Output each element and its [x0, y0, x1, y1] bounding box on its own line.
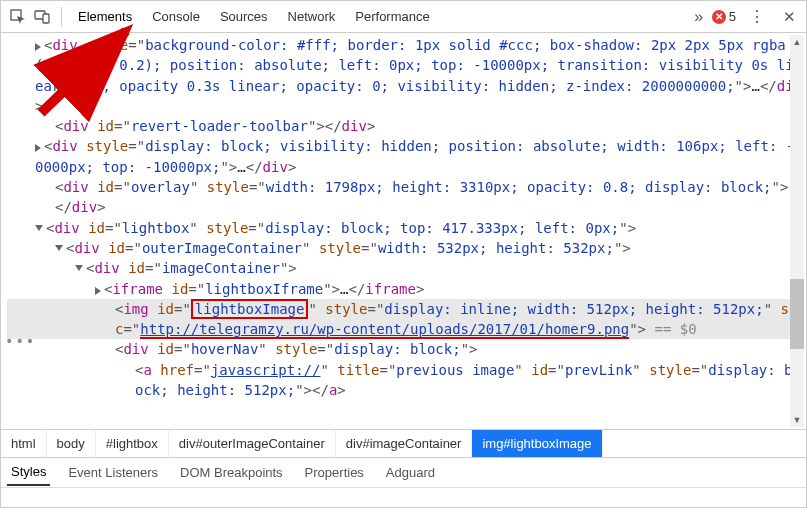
subtab-styles[interactable]: Styles [7, 459, 50, 486]
subtab-adguard[interactable]: Adguard [382, 460, 439, 485]
error-count: 5 [729, 9, 736, 24]
scroll-thumb[interactable] [790, 279, 804, 349]
dom-tree[interactable]: <div style="background-color: #fff; bord… [1, 33, 806, 429]
styles-pane [1, 487, 806, 507]
breadcrumb-html[interactable]: html [1, 430, 47, 457]
more-tabs-icon[interactable]: » [688, 6, 710, 28]
breadcrumb-selected[interactable]: img#lightboxImage [472, 430, 602, 457]
overflow-dots: ••• [5, 331, 36, 351]
dom-node[interactable]: <div style="display: block; visibility: … [7, 136, 804, 177]
dom-node[interactable]: <div id="revert-loader-toolbar"></div> [7, 116, 804, 136]
tab-network[interactable]: Network [288, 3, 336, 30]
svg-rect-2 [43, 14, 49, 23]
error-icon: ✕ [712, 10, 726, 24]
tab-sources[interactable]: Sources [220, 3, 268, 30]
breadcrumb-lightbox[interactable]: #lightbox [96, 430, 169, 457]
separator [61, 7, 62, 27]
tab-performance[interactable]: Performance [355, 3, 429, 30]
tab-console[interactable]: Console [152, 3, 200, 30]
breadcrumb-outer[interactable]: div#outerImageContainer [169, 430, 336, 457]
devtools-toolbar: Elements Console Sources Network Perform… [1, 1, 806, 33]
scroll-up-icon[interactable]: ▲ [790, 35, 804, 49]
dom-node-selected[interactable]: <img id="lightboxImage" style="display: … [7, 299, 804, 340]
dom-node[interactable]: <div id="imageContainer"> [7, 258, 804, 278]
error-count-badge[interactable]: ✕ 5 [712, 9, 736, 24]
dom-node[interactable]: <iframe id="lightboxIframe">…</iframe> [7, 279, 804, 299]
scroll-track[interactable] [790, 49, 804, 413]
vertical-scrollbar[interactable]: ▲ ▼ [790, 35, 804, 427]
inspect-element-icon[interactable] [7, 6, 29, 28]
subtab-dom-breakpoints[interactable]: DOM Breakpoints [176, 460, 287, 485]
styles-sub-tabs: Styles Event Listeners DOM Breakpoints P… [1, 457, 806, 487]
dom-node[interactable]: <div id="hoverNav" style="display: block… [7, 339, 804, 359]
device-toggle-icon[interactable] [31, 6, 53, 28]
tab-elements[interactable]: Elements [78, 3, 132, 30]
dom-node[interactable]: <div id="lightbox" style="display: block… [7, 218, 804, 238]
panel-tabs: Elements Console Sources Network Perform… [78, 3, 686, 30]
dom-node[interactable]: <div style="background-color: #fff; bord… [7, 35, 804, 116]
dom-node[interactable]: <a href="javascript://" title="previous … [7, 360, 804, 401]
close-devtools-icon[interactable]: ✕ [778, 6, 800, 28]
highlighted-id: lightboxImage [191, 299, 309, 319]
subtab-properties[interactable]: Properties [301, 460, 368, 485]
breadcrumb-body[interactable]: body [47, 430, 96, 457]
dom-node[interactable]: <div id="overlay" style="width: 1798px; … [7, 177, 804, 218]
kebab-menu-icon[interactable]: ⋮ [746, 6, 768, 28]
highlighted-src-url: http://telegramzy.ru/wp-content/uploads/… [140, 321, 629, 339]
dom-breadcrumbs: html body #lightbox div#outerImageContai… [1, 429, 806, 457]
dom-node[interactable]: <div id="outerImageContainer" style="wid… [7, 238, 804, 258]
subtab-event-listeners[interactable]: Event Listeners [64, 460, 162, 485]
scroll-down-icon[interactable]: ▼ [790, 413, 804, 427]
breadcrumb-container[interactable]: div#imageContainer [336, 430, 473, 457]
